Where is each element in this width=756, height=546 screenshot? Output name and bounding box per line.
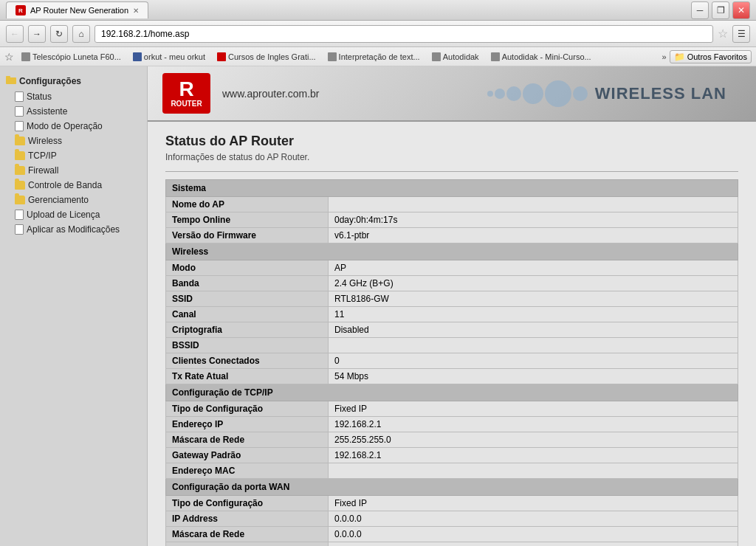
- bookmarks-bar-icon: ☆: [4, 51, 14, 63]
- browser-tab[interactable]: R AP Router New Generation ✕: [6, 1, 148, 18]
- bookmark-item-3[interactable]: Interpretação de text...: [323, 51, 425, 63]
- value-gateway-padrao-lan: 192.168.2.1: [329, 448, 738, 463]
- sidebar-item-aplicar-modificacoes[interactable]: Aplicar as Modificações: [0, 222, 147, 237]
- bookmark-item-4[interactable]: Autodidak: [427, 51, 484, 63]
- menu-button[interactable]: ☰: [732, 25, 750, 43]
- page-wrapper: Configurações Status Assistente Modo de …: [0, 66, 756, 546]
- tab-close-button[interactable]: ✕: [133, 7, 139, 15]
- sidebar-item-wireless[interactable]: Wireless: [0, 134, 147, 148]
- forward-button[interactable]: →: [28, 25, 46, 43]
- row-endereco-ip: Endereço IP 192.168.2.1: [166, 417, 738, 432]
- row-clientes-conectados: Clientes Conectados 0: [166, 353, 738, 369]
- circle-2: [495, 89, 505, 99]
- reload-button[interactable]: ↻: [50, 25, 68, 43]
- section-header-wan: Configuração da porta WAN: [166, 479, 738, 496]
- label-endereco-mac-lan: Endereço MAC: [166, 463, 329, 479]
- site-header: R ROUTER www.aprouter.com.br WIRELESS LA…: [148, 66, 756, 122]
- page-title: Status do AP Router: [165, 134, 738, 149]
- bookmark-label-0: Telescópio Luneta F60...: [32, 52, 121, 61]
- sidebar-section-label: Configurações: [19, 76, 81, 86]
- status-file-icon: [15, 91, 24, 102]
- label-endereco-ip: Endereço IP: [166, 417, 329, 432]
- minimize-button[interactable]: ─: [691, 1, 709, 19]
- browser-navbar: ← → ↻ ⌂ ☆ ☰: [0, 21, 756, 47]
- sidebar-item-status[interactable]: Status: [0, 89, 147, 104]
- label-criptografia: Criptografia: [166, 322, 329, 338]
- value-endereco-ip: 192.168.2.1: [329, 417, 738, 432]
- restore-button[interactable]: ❐: [712, 1, 729, 19]
- bookmarks-folder-label: Outros Favoritos: [687, 52, 747, 61]
- circle-6: [573, 86, 588, 101]
- bookmark-label-2: Cursos de Ingles Grati...: [228, 52, 316, 61]
- label-versao-firmware: Versão do Firmware: [166, 228, 329, 243]
- sidebar-section-config: Configurações: [0, 72, 147, 89]
- sidebar-label-upload: Upload de Licença: [27, 210, 100, 220]
- label-gateway-padrao-lan: Gateway Padrão: [166, 448, 329, 463]
- row-gateway-padrao-lan: Gateway Padrão 192.168.2.1: [166, 448, 738, 463]
- circle-4: [523, 83, 543, 104]
- bookmark-favicon-0: [21, 52, 30, 61]
- content-inner: Status do AP Router Informações de statu…: [148, 122, 756, 546]
- value-ip-address-wan: 0.0.0.0: [329, 511, 738, 527]
- row-endereco-mac-lan: Endereço MAC: [166, 463, 738, 479]
- bookmark-label-5: Autodidak - Mini-Curso...: [502, 52, 591, 61]
- sidebar-item-gerenciamento[interactable]: Gerenciamento: [0, 193, 147, 207]
- row-ip-address-wan: IP Address 0.0.0.0: [166, 511, 738, 527]
- row-canal: Canal 11: [166, 307, 738, 322]
- value-mascara-rede-lan: 255.255.255.0: [329, 432, 738, 448]
- bookmark-item-2[interactable]: Cursos de Ingles Grati...: [213, 51, 320, 63]
- modo-file-icon: [15, 121, 24, 131]
- bookmark-item-0[interactable]: Telescópio Luneta F60...: [17, 51, 126, 63]
- home-button[interactable]: ⌂: [72, 25, 90, 43]
- sidebar-folder-icon: [6, 75, 16, 86]
- bookmarks-more[interactable]: »: [662, 52, 667, 61]
- logo-r: R: [179, 79, 193, 100]
- sidebar-label-tcpip: TCP/IP: [28, 151, 57, 161]
- bookmark-favicon-5: [491, 52, 500, 61]
- svg-rect-1: [6, 76, 10, 78]
- gerenciamento-folder-icon: [15, 196, 25, 204]
- logo-text: ROUTER: [171, 100, 202, 108]
- sidebar-item-tcpip[interactable]: TCP/IP: [0, 148, 147, 163]
- tcpip-folder-icon: [15, 151, 25, 160]
- bookmark-item-5[interactable]: Autodidak - Mini-Curso...: [487, 51, 596, 63]
- bookmark-label-4: Autodidak: [443, 52, 479, 61]
- row-ssid: SSID RTL8186-GW: [166, 291, 738, 307]
- row-gateway-padrao-wan: Gateway Padrão 0.0.0.0: [166, 542, 738, 547]
- close-button[interactable]: ✕: [732, 1, 750, 19]
- value-clientes-conectados: 0: [329, 353, 738, 369]
- sidebar-label-controle: Controle de Banda: [28, 180, 102, 190]
- folder-icon: 📁: [674, 52, 685, 62]
- label-bssid: BSSID: [166, 338, 329, 353]
- bookmark-star-icon[interactable]: ☆: [718, 27, 728, 41]
- bookmark-label-3: Interpretação de text...: [339, 52, 420, 61]
- sidebar-item-controle-banda[interactable]: Controle de Banda: [0, 178, 147, 193]
- bookmarks-folder[interactable]: 📁 Outros Favoritos: [670, 50, 752, 63]
- svg-rect-0: [6, 77, 16, 84]
- sidebar-label-aplicar: Aplicar as Modificações: [27, 224, 120, 235]
- address-bar[interactable]: [94, 25, 713, 43]
- back-button[interactable]: ←: [6, 25, 24, 43]
- sidebar-item-assistente[interactable]: Assistente: [0, 104, 147, 119]
- circle-3: [506, 86, 521, 101]
- section-header-tcpip: Configuração de TCP/IP: [166, 384, 738, 401]
- value-versao-firmware: v6.1-ptbr: [329, 228, 738, 243]
- sidebar: Configurações Status Assistente Modo de …: [0, 66, 148, 546]
- sidebar-item-upload-licenca[interactable]: Upload de Licença: [0, 207, 147, 222]
- wireless-folder-icon: [15, 136, 25, 145]
- value-tipo-config-wan: Fixed IP: [329, 496, 738, 511]
- label-tipo-config-lan: Tipo de Configuração: [166, 401, 329, 417]
- bookmark-item-1[interactable]: orkut - meu orkut: [128, 51, 210, 63]
- value-tempo-online: 0day:0h:4m:17s: [329, 212, 738, 228]
- bookmark-label-1: orkut - meu orkut: [144, 52, 205, 61]
- value-modo: AP: [329, 260, 738, 276]
- sidebar-item-modo-operacao[interactable]: Modo de Operação: [0, 119, 147, 134]
- content-area[interactable]: Status do AP Router Informações de statu…: [148, 122, 756, 546]
- wireless-lan-text: WIRELESS LAN: [595, 84, 726, 103]
- page-subtitle: Informações de status do AP Router.: [165, 152, 738, 162]
- label-gateway-padrao-wan: Gateway Padrão: [166, 542, 329, 547]
- row-mascara-rede-wan: Máscara de Rede 0.0.0.0: [166, 527, 738, 542]
- sidebar-item-firewall[interactable]: Firewall: [0, 163, 147, 178]
- label-nome-ap: Nome do AP: [166, 197, 329, 212]
- section-title-tcpip: Configuração de TCP/IP: [166, 384, 738, 401]
